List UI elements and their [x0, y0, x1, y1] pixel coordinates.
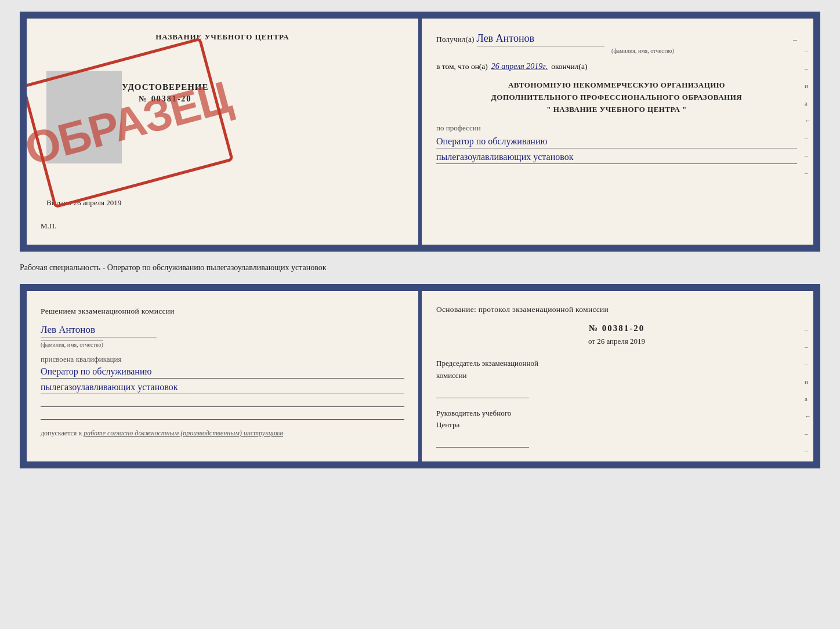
- predsedatel-sign-line: [436, 384, 529, 398]
- cert-word: УДОСТОВЕРЕНИЕ: [122, 82, 209, 92]
- separator-label: Рабочая специальность - Оператор по обсл…: [20, 262, 820, 274]
- org-line2: ДОПОЛНИТЕЛЬНОГО ПРОФЕССИОНАЛЬНОГО ОБРАЗО…: [436, 92, 797, 104]
- dopuskaetsya-text: работе согласно должностным (производств…: [84, 429, 283, 437]
- recipient-name: Лев Антонов: [477, 32, 604, 46]
- fio-note: (фамилия, имя, отчество): [488, 48, 797, 54]
- ot-date: от 26 апреля 2019: [436, 337, 797, 346]
- rukovoditel-sign-line: [436, 434, 529, 448]
- fio-note-p2: (фамилия, имя, отчество): [41, 340, 103, 348]
- ot-label: от: [588, 337, 595, 346]
- rukovoditel-block: Руководитель учебного Центра: [436, 408, 797, 448]
- left-title: НАЗВАНИЕ УЧЕБНОГО ЦЕНТРА: [41, 32, 404, 42]
- blank-line-2: [41, 410, 404, 420]
- certificate-page-1: НАЗВАНИЕ УЧЕБНОГО ЦЕНТРА УДОСТОВЕРЕНИЕ №…: [20, 12, 820, 252]
- dash-right: –: [793, 35, 797, 44]
- vydano-line: Выдано 26 апреля 2019: [46, 198, 121, 208]
- predsedatel-line2: комиссии: [436, 370, 797, 382]
- prisvoena-label: присвоена квалификация: [41, 355, 404, 364]
- vtom-label: в том, что он(а): [436, 62, 488, 71]
- predsedatel-block: Председатель экзаменационной комиссии: [436, 358, 797, 398]
- org-line3: " НАЗВАНИЕ УЧЕБНОГО ЦЕНТРА ": [436, 104, 797, 116]
- qualification-line2: пылегазоулавливающих установок: [41, 382, 404, 394]
- predsedatel-line1: Председатель экзаменационной: [436, 358, 797, 370]
- poluchil-row: Получил(а) Лев Антонов –: [436, 32, 797, 46]
- resheniem-label: Решением экзаменационной комиссии: [41, 305, 404, 318]
- vtom-row: в том, что он(а) 26 апреля 2019г. окончи…: [436, 62, 797, 71]
- org-block: АВТОНОМНУЮ НЕКОММЕРЧЕСКУЮ ОРГАНИЗАЦИЮ ДО…: [436, 79, 797, 115]
- dopuskaetsya-label: допускается к: [41, 429, 82, 437]
- profession-line2: пылегазоулавливающих установок: [436, 152, 797, 164]
- qualification-line1: Оператор по обслуживанию: [41, 366, 404, 379]
- dopuskaetsya-block: допускается к работе согласно должностны…: [41, 428, 404, 438]
- cert-number: № 00381-20: [122, 94, 209, 104]
- page1-left-panel: НАЗВАНИЕ УЧЕБНОГО ЦЕНТРА УДОСТОВЕРЕНИЕ №…: [27, 19, 420, 245]
- okonchill-label: окончил(а): [551, 62, 587, 71]
- cert-title-block: УДОСТОВЕРЕНИЕ № 00381-20: [122, 82, 209, 104]
- rukovoditel-line1: Руководитель учебного: [436, 408, 797, 420]
- certificate-page-2: Решением экзаменационной комиссии Лев Ан…: [20, 284, 820, 468]
- photo-placeholder: [46, 71, 122, 163]
- profession-line1: Оператор по обслуживанию: [436, 136, 797, 148]
- poluchil-label: Получил(а): [436, 35, 475, 44]
- po-professii-label: по профессии: [436, 123, 797, 133]
- page2-left-panel: Решением экзаменационной комиссии Лев Ан…: [27, 291, 420, 461]
- ot-date-value: 26 апреля 2019: [597, 337, 645, 346]
- komissia-name: Лев Антонов: [41, 324, 157, 337]
- stamp-area: УДОСТОВЕРЕНИЕ № 00381-20 ОБРАЗЕЦ Выдано …: [41, 53, 404, 216]
- page2-right-panel: Основание: протокол экзаменационной коми…: [420, 291, 813, 461]
- page1-right-panel: Получил(а) Лев Антонов – (фамилия, имя, …: [420, 19, 813, 245]
- side-marks: – – и а ← – – –: [805, 48, 811, 176]
- rukovoditel-line2: Центра: [436, 419, 797, 431]
- osnovanie-label: Основание: протокол экзаменационной коми…: [436, 305, 797, 314]
- vydano-label: Выдано: [46, 198, 71, 207]
- side-marks-right: – – – и а ← – – –: [805, 326, 811, 468]
- org-line1: АВТОНОМНУЮ НЕКОММЕРЧЕСКУЮ ОРГАНИЗАЦИЮ: [436, 79, 797, 92]
- mp-line: М.П.: [41, 221, 404, 231]
- protocol-number: № 00381-20: [436, 323, 797, 333]
- blank-line-1: [41, 398, 404, 407]
- vtom-date: 26 апреля 2019г.: [491, 62, 548, 71]
- vydano-date: 26 апреля 2019: [74, 198, 122, 207]
